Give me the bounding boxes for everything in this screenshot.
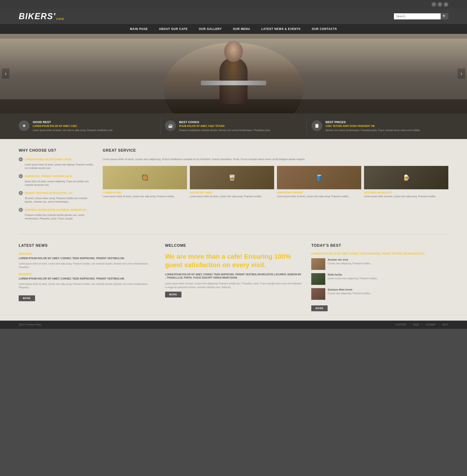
feature-content-good-rest: GOOD REST LOREM IPSUM DOLOR SIT AMET, CS…	[33, 120, 112, 132]
nav-item-menu[interactable]: OUR MENU	[227, 24, 256, 34]
twitter-icon[interactable]: t	[431, 2, 436, 7]
food-art-3: 🛢️	[277, 166, 361, 189]
best-image-2	[311, 273, 325, 285]
why-bullet-3: ●	[19, 191, 23, 195]
best-item-text-1: Consec teer adipiscing. Praesent vestibu…	[328, 262, 371, 265]
welcome-more-button[interactable]: MORE	[165, 292, 182, 298]
news-item-2: 09.09.2013 LOREM IPSUM DOLOR SIT AMET, C…	[19, 273, 156, 289]
service-card-text-1: Lorem ipsum dolor sit amet, consec teer …	[103, 195, 187, 198]
feature-content-best-cooks: BEST COOKS IPSUM DOLOR SIT AMET, CSEC TE…	[179, 120, 271, 132]
header: BIKERS' CAFE 🔍	[0, 9, 467, 24]
service-image-food: 🥘	[103, 166, 187, 189]
search-input[interactable]	[394, 13, 441, 19]
best-item-2: Nulla faciliu Lorem consec teer adipisci…	[311, 273, 448, 285]
why-service-section: WHY CHOOSE US? ● LOREM IPSUM DOLORCONSEC…	[19, 148, 448, 225]
news-more-button[interactable]: MORE	[19, 295, 35, 301]
nav-item-contacts[interactable]: OUR CONTACTS	[306, 24, 343, 34]
feature-subtitle-best-prices: CSEC TETUER ADIPI SCING PRAESENT VIB	[325, 125, 420, 127]
nav-item-about[interactable]: ABOUT OUR CAFE	[153, 24, 193, 34]
googleplus-icon[interactable]: g	[444, 2, 448, 7]
why-item-title-2: ● ADIPISCING. PRSENT VESTIBULUM M.	[19, 174, 93, 178]
food-art-2: 🥃	[190, 166, 274, 189]
feature-title-best-cooks: BEST COOKS	[179, 120, 271, 124]
why-item-1: ● LOREM IPSUM DOLORCONSEC TEER. Lorem ip…	[19, 157, 93, 170]
why-choose-title: WHY CHOOSE US?	[19, 148, 93, 153]
service-grid: 🥘 LOREM IPSUM Lorem ipsum dolor sit amet…	[103, 166, 448, 198]
service-card-text-2: Lorem ipsum dolor sit amet, consec teer …	[190, 195, 274, 198]
footer-link-faqs[interactable]: FAQS	[413, 323, 419, 326]
hero-prev-arrow[interactable]: ‹	[2, 68, 9, 79]
footer-link-sitemap[interactable]: SITEMAP	[426, 323, 436, 326]
news-title-1: LOREM IPSUM DOLOR SIT AMET, CONSEC TEER …	[19, 257, 156, 260]
feature-best-prices: 📋 BEST PRICES CSEC TETUER ADIPI SCING PR…	[307, 118, 453, 134]
service-card-2: 🥃 DOLOR SET AMET Lorem ipsum dolor sit a…	[190, 166, 274, 198]
service-card-text-4: Lorem ipsum dolor sit amet, consec teer …	[364, 195, 448, 198]
service-card-title-1: LOREM IPSUM	[103, 191, 187, 194]
feature-icon-star: ★	[19, 120, 29, 131]
great-service-section: GREAT SERVICE Lorem ipsum dolor sit amet…	[103, 148, 448, 225]
feature-subtitle-best-cooks: IPSUM DOLOR SIT AMET, CSEC TETUER	[179, 125, 271, 127]
footer-link-help[interactable]: HELP	[442, 323, 448, 326]
footer-link-support[interactable]: SUPPORT	[395, 323, 406, 326]
main-content: WHY CHOOSE US? ● LOREM IPSUM DOLORCONSEC…	[0, 139, 467, 321]
features-bar: ★ GOOD REST LOREM IPSUM DOLOR SIT AMET, …	[0, 113, 467, 139]
best-item-1: Aenean nec eros Consec teer adipiscing. …	[311, 258, 448, 270]
search-box: 🔍	[394, 13, 448, 19]
welcome-subtitle: LOREM IPSUM DOLOR SIT AMET, CONSEC TEER …	[165, 273, 302, 279]
feature-icon-coffee: ☕	[165, 120, 176, 131]
feature-best-cooks: ☕ BEST COOKS IPSUM DOLOR SIT AMET, CSEC …	[160, 118, 307, 134]
feature-good-rest: ★ GOOD REST LOREM IPSUM DOLOR SIT AMET, …	[14, 118, 160, 134]
todays-best-section: TODAY'S BEST LOREM IPSUM DOLOR SIT AMET,…	[311, 244, 448, 311]
great-service-title: GREAT SERVICE	[103, 148, 448, 153]
social-icons: t f g	[431, 2, 448, 7]
service-card-3: 🛢️ ADIPISCING PRSENT Lorem ipsum dolor s…	[277, 166, 361, 198]
footer-sep-1: •	[409, 323, 410, 326]
todays-more-button[interactable]: MORE	[311, 305, 328, 311]
why-item-3: ● PRSENT VESTIBULUM MOLESTIE LAC. Sit am…	[19, 191, 93, 204]
why-item-title-4: ● VESTIBULUM MOLESTIE LACUIRHS. AENEON M…	[19, 208, 93, 212]
facebook-icon[interactable]: f	[438, 2, 442, 7]
feature-text-best-prices: Aenean non ummy hendreniaurs. Phasellus …	[325, 129, 420, 132]
news-date-1: 20.09.2013	[19, 252, 156, 255]
service-card-title-3: ADIPISCING PRSENT	[277, 191, 361, 194]
latest-news-section: LATEST NEWS 20.09.2013 LOREM IPSUM DOLOR…	[19, 244, 156, 311]
news-text-2: Lorem ipsum dolor sit amet, consec teer …	[19, 282, 156, 289]
welcome-text: Lorem ipsum dolor sit amet, consec teer …	[165, 282, 302, 289]
service-card-1: 🥘 LOREM IPSUM Lorem ipsum dolor sit amet…	[103, 166, 187, 198]
why-item-text-3: Sit amet, consec tetuer acing. Praesent …	[19, 197, 93, 204]
best-item-content-3: Quisque diam lorem Consec teer adipiscin…	[328, 288, 371, 300]
welcome-section: WELCOME We are more than a cafe! Ensurin…	[165, 244, 302, 311]
todays-best-title: TODAY'S BEST	[311, 244, 448, 248]
service-image-beer: 🍺	[364, 166, 448, 189]
best-item-text-3: Consec teer adipiscing. Praesent vestibu…	[328, 292, 371, 295]
why-choose-section: WHY CHOOSE US? ● LOREM IPSUM DOLORCONSEC…	[19, 148, 93, 225]
search-button[interactable]: 🔍	[441, 13, 448, 19]
footer: 2014 © Privacy Policy SUPPORT • FAQS • S…	[0, 321, 467, 329]
logo: BIKERS' CAFE	[19, 12, 64, 21]
footer-copyright: 2014 © Privacy Policy	[19, 323, 41, 326]
section-divider	[19, 234, 448, 234]
feature-subtitle-good-rest: LOREM IPSUM DOLOR SIT AMET, CSEC	[33, 125, 112, 127]
news-item-1: 20.09.2013 LOREM IPSUM DOLOR SIT AMET, C…	[19, 252, 156, 269]
news-date-2: 09.09.2013	[19, 273, 156, 275]
why-bullet-2: ●	[19, 174, 23, 178]
best-item-name-3: Quisque diam lorem	[328, 288, 371, 291]
feature-title-good-rest: GOOD REST	[33, 120, 112, 124]
welcome-headline: We are more than a cafe! Ensuring 100% g…	[165, 252, 302, 270]
feature-text-best-cooks: Praesent vestibulum molestie lacuihs. Ae…	[179, 129, 271, 132]
service-image-barrel: 🛢️	[277, 166, 361, 189]
hero-section: ‹ ›	[0, 34, 467, 113]
nav-item-main-page[interactable]: MAIN PAGE	[124, 24, 153, 34]
feature-title-best-prices: BEST PRICES	[325, 120, 420, 124]
why-bullet-4: ●	[19, 208, 23, 212]
best-item-content-2: Nulla faciliu Lorem consec teer adipisci…	[328, 273, 378, 285]
hero-next-arrow[interactable]: ›	[458, 68, 465, 79]
todays-best-subtitle: LOREM IPSUM DOLOR SIT AMET, CONSEC TEER …	[311, 252, 448, 255]
great-service-intro: Lorem ipsum dolor sit amet, consec teer …	[103, 157, 448, 162]
biker-head	[224, 41, 243, 62]
nav-item-gallery[interactable]: OUR GALLERY	[193, 24, 227, 34]
best-image-3	[311, 288, 325, 300]
nav-item-news[interactable]: LATEST NEWS & EVENTS	[256, 24, 306, 34]
service-card-text-3: Lorem ipsum dolor sit amet, consec teer …	[277, 195, 361, 198]
why-list: ● LOREM IPSUM DOLORCONSEC TEER. Lorem ip…	[19, 157, 93, 220]
